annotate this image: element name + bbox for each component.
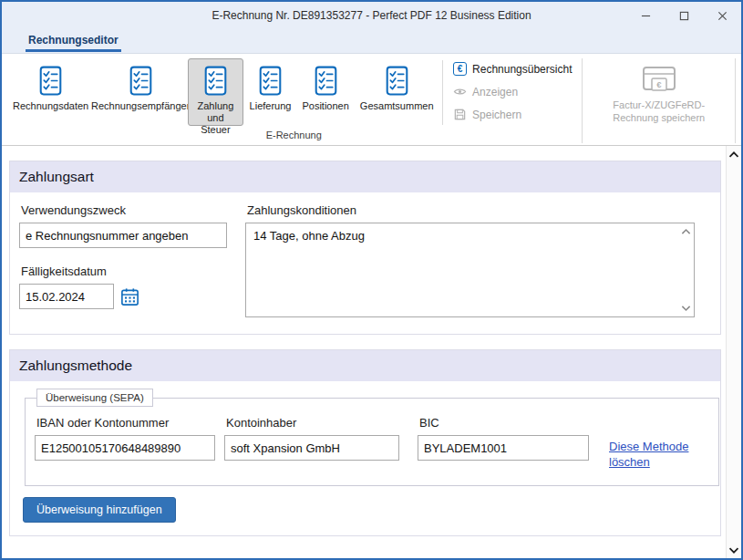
- ueberweisung-sepa-legend: Überweisung (SEPA): [36, 389, 153, 407]
- vertical-scrollbar[interactable]: [726, 146, 741, 558]
- checklist-doc-icon: [309, 64, 343, 98]
- maximize-button[interactable]: [665, 2, 703, 29]
- section-zahlungsart: Zahlungsart Verwendungszweck Fälligkeits…: [9, 161, 721, 335]
- verwendungszweck-input[interactable]: [19, 223, 227, 248]
- zahlungskonditionen-label: Zahlungskonditionen: [247, 203, 695, 217]
- ribbon-side-buttons: € Rechnungsübersicht Anzeigen Speichern: [445, 57, 580, 127]
- ribbon-button-label: Positionen: [302, 100, 348, 112]
- chevron-up-icon: [728, 150, 739, 159]
- facturx-euro-icon: [639, 63, 679, 96]
- checklist-doc-icon: [199, 64, 232, 98]
- iban-input[interactable]: [35, 435, 215, 461]
- chevron-down-icon: [728, 546, 739, 555]
- ribbon-button-anzeigen[interactable]: Anzeigen: [449, 83, 576, 100]
- scrollbar-track[interactable]: [727, 162, 741, 542]
- ribbon-button-label: Rechnungsempfänger: [91, 100, 190, 112]
- titlebar: E-Rechnung Nr. DE891353277 - Perfect PDF…: [2, 2, 741, 29]
- section-zahlungsmethode: Zahlungsmethode Überweisung (SEPA) IBAN …: [9, 349, 721, 536]
- ribbon-group-label: E-Rechnung: [7, 129, 580, 145]
- close-button[interactable]: [703, 2, 741, 29]
- ribbon-button-speichern[interactable]: Speichern: [449, 106, 576, 123]
- ribbon: Rechnungsdaten Rechnungsempfänger Zahlun…: [2, 53, 741, 146]
- kontoinhaber-input[interactable]: [224, 435, 399, 461]
- verwendungszweck-label: Verwendungszweck: [21, 203, 231, 217]
- add-ueberweisung-button[interactable]: Überweisung hinzufügen: [23, 497, 176, 523]
- ueberweisung-sepa-group: Überweisung (SEPA) IBAN oder Kontonummer…: [25, 389, 719, 486]
- ribbon-button-lieferung[interactable]: Lieferung: [245, 58, 296, 126]
- ribbon-button-positionen[interactable]: Positionen: [297, 58, 353, 126]
- faelligkeitsdatum-input[interactable]: [19, 284, 114, 309]
- window-controls: [626, 2, 741, 29]
- ribbon-button-label: Lieferung: [250, 100, 292, 112]
- zahlungskonditionen-textarea[interactable]: 14 Tage, ohne Abzug: [245, 223, 695, 317]
- anzeigen-eye-icon: [453, 85, 467, 99]
- ribbon-button-label: Speichern: [472, 109, 521, 121]
- ribbon-button-label: Gesamtsummen: [360, 100, 434, 112]
- checklist-doc-icon: [124, 64, 158, 98]
- minimize-button[interactable]: [626, 2, 665, 29]
- section-title: Zahlungsart: [10, 161, 720, 192]
- tab-rechnungseditor[interactable]: Rechnungseditor: [26, 32, 121, 53]
- ribbon-button-facturx-speichern[interactable]: Factur-X/ZUGFeRD-Rechnung speichern: [584, 57, 733, 145]
- textarea-scroll-down-icon[interactable]: [681, 305, 691, 312]
- ribbon-button-rechnungsuebersicht[interactable]: € Rechnungsübersicht: [449, 60, 576, 78]
- scroll-down-button[interactable]: [727, 542, 741, 558]
- ribbon-separator: [442, 60, 443, 125]
- close-icon: [717, 11, 728, 21]
- bic-input[interactable]: [418, 435, 589, 461]
- kontoinhaber-label: Kontoinhaber: [226, 416, 399, 430]
- ribbon-tab-row: Rechnungseditor: [2, 29, 741, 53]
- section-title: Zahlungsmethode: [10, 350, 720, 381]
- checklist-doc-icon: [34, 64, 67, 98]
- ribbon-button-label: Anzeigen: [472, 86, 518, 99]
- save-floppy-icon: [453, 108, 467, 121]
- bic-label: BIC: [419, 416, 589, 430]
- ribbon-button-label: Rechnungsübersicht: [472, 63, 572, 76]
- ribbon-separator: [735, 58, 736, 143]
- app-window: E-Rechnung Nr. DE891353277 - Perfect PDF…: [0, 0, 743, 560]
- editor-content: Zahlungsart Verwendungszweck Fälligkeits…: [2, 146, 741, 558]
- ribbon-button-label: Rechnungsdaten: [13, 100, 88, 112]
- ribbon-separator: [582, 58, 583, 143]
- scroll-up-button[interactable]: [727, 146, 741, 162]
- euro-icon: €: [453, 62, 467, 76]
- iban-label: IBAN oder Kontonummer: [36, 416, 215, 430]
- checklist-doc-icon: [380, 64, 414, 98]
- ribbon-button-gesamtsummen[interactable]: Gesamtsummen: [356, 58, 439, 126]
- delete-method-link[interactable]: Diese Methode löschen: [609, 440, 709, 471]
- ribbon-button-rechnungsdaten[interactable]: Rechnungsdaten: [8, 58, 93, 126]
- ribbon-group-erechnung: Rechnungsdaten Rechnungsempfänger Zahlun…: [7, 57, 580, 145]
- ribbon-button-rechnungsempfaenger[interactable]: Rechnungsempfänger: [95, 58, 186, 126]
- calendar-picker-button[interactable]: [118, 285, 141, 308]
- minimize-icon: [641, 11, 651, 21]
- ribbon-button-label: Factur-X/ZUGFeRD-Rechnung speichern: [592, 99, 726, 125]
- textarea-scroll-up-icon[interactable]: [681, 228, 691, 235]
- ribbon-button-zahlung-und-steuer[interactable]: Zahlung und Steuer: [188, 58, 243, 126]
- faelligkeitsdatum-label: Fälligkeitsdatum: [21, 264, 231, 278]
- maximize-icon: [679, 11, 689, 21]
- calendar-icon: [119, 286, 140, 307]
- checklist-doc-icon: [253, 64, 287, 98]
